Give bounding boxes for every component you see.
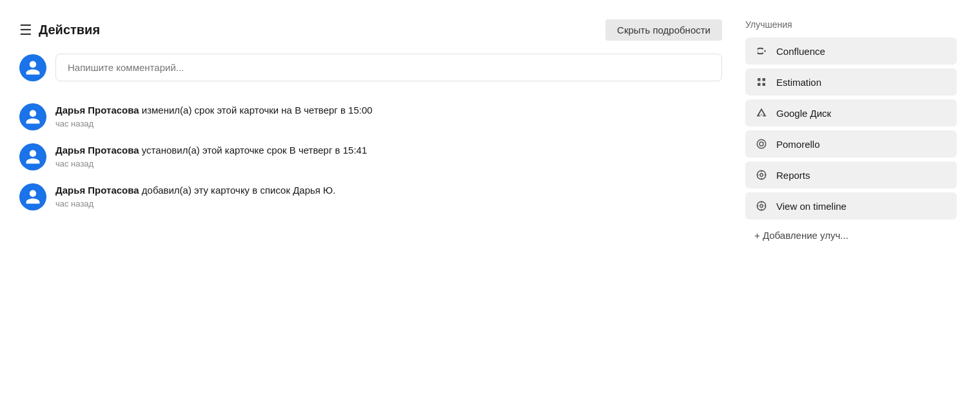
improvement-label-reports: Reports <box>776 170 948 181</box>
add-improvement-button[interactable]: + Добавление улуч... <box>745 223 957 247</box>
activity-user-0: Дарья Протасова <box>55 105 139 116</box>
actions-title: Действия <box>39 23 100 37</box>
improvement-label-pomorello: Pomorello <box>776 139 948 150</box>
svg-rect-0 <box>758 78 761 81</box>
svg-rect-1 <box>763 78 766 81</box>
user-icon <box>24 188 41 205</box>
activity-avatar-1 <box>19 143 46 170</box>
activity-item: Дарья Протасова изменил(а) срок этой кар… <box>19 97 722 137</box>
google-drive-icon <box>754 106 769 120</box>
activity-main-2: Дарья Протасова добавил(а) эту карточку … <box>55 183 722 197</box>
activity-main-0: Дарья Протасова изменил(а) срок этой кар… <box>55 103 722 117</box>
activity-avatar-2 <box>19 183 46 210</box>
confluence-icon <box>754 44 769 58</box>
activity-avatar-0 <box>19 103 46 130</box>
activity-main-1: Дарья Протасова установил(а) этой карточ… <box>55 143 722 157</box>
add-improvement-label: + Добавление улуч... <box>754 230 848 241</box>
timeline-icon <box>754 199 769 213</box>
current-user-avatar <box>19 54 46 81</box>
activity-user-2: Дарья Протасова <box>55 185 139 196</box>
improvement-label-estimation: Estimation <box>776 77 948 88</box>
activity-time-2: час назад <box>55 199 722 209</box>
estimation-icon <box>754 75 769 89</box>
activity-item: Дарья Протасова установил(а) этой карточ… <box>19 137 722 177</box>
improvements-section-title: Улучшения <box>745 19 957 30</box>
improvement-item-pomorello[interactable]: Pomorello <box>745 130 957 158</box>
main-content: ☰ Действия Скрыть подробности Дарья Прот… <box>13 13 735 384</box>
svg-rect-3 <box>763 83 766 87</box>
actions-title-group: ☰ Действия <box>19 22 100 39</box>
user-icon <box>24 148 41 165</box>
activity-item: Дарья Протасова добавил(а) эту карточку … <box>19 177 722 217</box>
svg-point-4 <box>757 139 766 148</box>
svg-rect-2 <box>758 83 761 87</box>
hide-details-button[interactable]: Скрыть подробности <box>605 19 722 41</box>
activity-time-1: час назад <box>55 159 722 168</box>
svg-point-7 <box>760 174 763 177</box>
sidebar: Улучшения Confluence Estimation Google Д… <box>735 13 967 384</box>
improvement-list: Confluence Estimation Google Диск Pomore… <box>745 37 957 247</box>
improvement-item-reports[interactable]: Reports <box>745 161 957 188</box>
reports-icon <box>754 168 769 182</box>
pomorello-icon <box>754 137 769 151</box>
activity-time-0: час назад <box>55 119 722 128</box>
svg-point-9 <box>760 205 763 208</box>
actions-header: ☰ Действия Скрыть подробности <box>19 19 722 41</box>
activity-user-1: Дарья Протасова <box>55 145 139 156</box>
activity-text-1: Дарья Протасова установил(а) этой карточ… <box>55 143 722 168</box>
improvement-item-view-on-timeline[interactable]: View on timeline <box>745 192 957 219</box>
user-icon <box>24 59 41 76</box>
activity-list: Дарья Протасова изменил(а) срок этой кар… <box>19 97 722 217</box>
actions-list-icon: ☰ <box>19 22 32 39</box>
improvement-item-google-drive[interactable]: Google Диск <box>745 99 957 127</box>
activity-text-0: Дарья Протасова изменил(а) срок этой кар… <box>55 103 722 128</box>
improvement-item-confluence[interactable]: Confluence <box>745 37 957 65</box>
improvement-label-confluence: Confluence <box>776 46 948 57</box>
comment-input[interactable] <box>55 54 722 81</box>
improvement-label-google-drive: Google Диск <box>776 108 948 119</box>
improvement-item-estimation[interactable]: Estimation <box>745 68 957 96</box>
comment-input-row <box>19 54 722 81</box>
activity-text-2: Дарья Протасова добавил(а) эту карточку … <box>55 183 722 209</box>
improvement-label-view-on-timeline: View on timeline <box>776 201 948 212</box>
svg-point-5 <box>760 142 763 146</box>
user-icon <box>24 108 41 125</box>
